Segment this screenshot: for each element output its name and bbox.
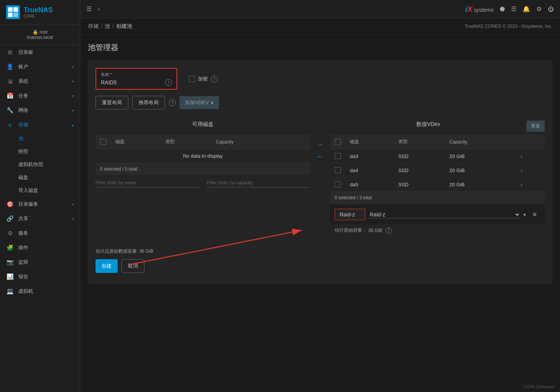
name-help-icon[interactable]: ? [165, 79, 172, 86]
vdev-header: 数据VDev 重复 [330, 117, 545, 135]
create-button[interactable]: 创建 [95, 259, 118, 273]
sidebar-item-tasks[interactable]: 📅 任务 ▾ [0, 89, 80, 103]
page-title: 池管理器 [88, 42, 552, 53]
encrypt-checkbox[interactable] [189, 76, 195, 82]
sidebar-item-report[interactable]: 📊 报告 [0, 269, 80, 284]
sidebar-item-dashboard[interactable]: ⊞ 仪表板 [0, 45, 80, 60]
suggest-layout-button[interactable]: 推荐布局 [132, 96, 165, 110]
settings-icon[interactable]: ⚙ [536, 5, 542, 13]
directory-icon: 🎯 [6, 201, 14, 208]
repeat-button[interactable]: 重复 [526, 121, 545, 132]
disk-type-da4: SSD [394, 163, 445, 177]
svg-rect-3 [13, 13, 18, 17]
power-icon[interactable]: ⏻ [548, 6, 554, 13]
pool-name-input[interactable] [101, 79, 162, 85]
available-selection-info: 0 selected / 0 total [95, 163, 310, 175]
breadcrumb-pool[interactable]: 池 [105, 23, 110, 30]
sidebar-item-label: 虚拟机 [18, 288, 74, 295]
back-icon[interactable]: ‹ [98, 6, 100, 13]
table-row: da4 SSD 20 GiB › [330, 163, 545, 177]
filter-row [95, 175, 310, 191]
breadcrumb-sep: / [112, 23, 114, 29]
sidebar-item-system[interactable]: 🖥 系统 ▾ [0, 74, 80, 89]
sidebar-item-importdisk[interactable]: 导入磁盘 [0, 184, 80, 197]
row-checkbox-da4[interactable] [335, 167, 341, 173]
capacity-col-header: Capacity [211, 135, 285, 149]
raid-select-box[interactable]: Raid-z [335, 209, 365, 220]
row-checkbox-da3[interactable] [335, 153, 341, 159]
sidebar-item-share[interactable]: 🔗 共享 ▾ [0, 211, 80, 226]
sidebar-item-account[interactable]: 👤 账户 ▾ [0, 60, 80, 74]
disk-type-da5: SSD [394, 177, 445, 192]
name-label: 名称 * [101, 72, 172, 77]
suggest-help-icon[interactable]: ? [169, 99, 176, 106]
cancel-button[interactable]: 取消 [121, 259, 144, 273]
svg-rect-2 [8, 13, 13, 17]
estimated-total-label: 估计总原始数据容量: [95, 248, 138, 254]
sidebar: TrueNAS CORE 🔒 root truenas.local ⊞ 仪表板 … [0, 0, 80, 392]
select-all-vdev-checkbox[interactable] [335, 139, 341, 145]
disk-name-da4: da4 [345, 163, 394, 177]
estimated-total-value: 36 GiB [139, 248, 154, 254]
vdev-raid-row: Raid-z Raid-z Stripe Mirror Raid-z2 Raid… [330, 205, 545, 224]
sidebar-item-jail[interactable]: 📷 监狱 [0, 255, 80, 269]
layers-icon[interactable]: ⬟ [500, 5, 505, 13]
sidebar-item-storage[interactable]: ≡ 存储 ▴ [0, 118, 80, 132]
data-vdev-title: 数据VDev [330, 117, 526, 132]
chevron-down-icon: ▾ [72, 65, 74, 69]
toolbar-row: 重置布局 推荐布局 ? 添加VDEV ▾ [95, 96, 545, 110]
row-expand-da3[interactable]: › [521, 153, 522, 159]
sidebar-item-directory[interactable]: 🎯 目录服务 ▾ [0, 197, 80, 211]
menu-icon[interactable]: ☰ [86, 5, 92, 13]
filter-capacity-input[interactable] [207, 179, 310, 187]
row-expand-da4[interactable]: › [521, 168, 522, 173]
estimated-help-icon[interactable]: ? [385, 227, 392, 234]
chevron-down-icon: ▾ [72, 79, 74, 84]
sidebar-item-vmsnap[interactable]: 虚拟机快照 [0, 158, 80, 171]
chevron-down-icon: ▾ [72, 217, 74, 221]
transfer-arrows: → ← [310, 140, 330, 161]
no-data-row: No data to display [95, 149, 310, 163]
estimated-value: 36 GiB [368, 228, 382, 233]
row-expand-da5[interactable]: › [521, 182, 522, 187]
reset-layout-button[interactable]: 重置布局 [95, 96, 128, 110]
sidebar-item-label: 存储 [18, 121, 67, 128]
vdev-delete-button[interactable]: ✕ [529, 210, 540, 220]
row-checkbox-da5[interactable] [335, 181, 341, 187]
sidebar-item-snapshot[interactable]: 快照 [0, 145, 80, 158]
main-content: 存储 / 池 / 创建池 TrueNAS CORE® © 2023 - iXsy… [80, 18, 560, 392]
disk-col-header: 磁盘 [111, 135, 161, 149]
sidebar-item-vm[interactable]: 💻 虚拟机 [0, 284, 80, 298]
disks-panel: 可用磁盘 磁盘 类型 Capacity [95, 117, 545, 237]
vdev-capacity-col-header: Capacity [445, 135, 516, 149]
sidebar-item-label: 网络 [18, 107, 67, 114]
svg-rect-1 [13, 7, 18, 12]
chevron-down-icon: ▾ [72, 202, 74, 206]
hostname: truenas.local [27, 35, 53, 40]
docs-icon[interactable]: ☰ [511, 5, 516, 13]
sidebar-item-pool[interactable]: 池 [0, 132, 80, 145]
sidebar-item-service[interactable]: ⚙ 服务 [0, 226, 80, 240]
available-disks-title: 可用磁盘 [95, 117, 310, 132]
filter-name-input[interactable] [95, 179, 199, 187]
sidebar-item-plugin[interactable]: 🧩 插件 [0, 240, 80, 255]
notification-icon[interactable]: 🔔 [523, 5, 530, 13]
select-all-available-checkbox[interactable] [100, 139, 106, 145]
breadcrumb-storage[interactable]: 存储 [88, 23, 99, 30]
sidebar-item-label: 监狱 [18, 259, 74, 266]
page-content: 池管理器 名称 * ? 加密 ? 重置布局 [80, 35, 560, 292]
data-vdev-panel: 数据VDev 重复 磁盘 类型 Capacity [330, 117, 545, 237]
sidebar-item-network[interactable]: 🔧 网络 ▾ [0, 103, 80, 118]
add-vdev-button[interactable]: 添加VDEV ▾ [180, 96, 219, 109]
available-disks-table: 磁盘 类型 Capacity No data to display [95, 135, 310, 163]
encrypt-help-icon[interactable]: ? [211, 76, 218, 82]
raid-type-select[interactable]: Raid-z Stripe Mirror Raid-z2 Raid-z3 [368, 211, 520, 218]
breadcrumb-path: 存储 / 池 / 创建池 [88, 23, 132, 30]
transfer-right-button[interactable]: → [316, 140, 324, 149]
action-buttons: 创建 取消 [95, 259, 545, 273]
transfer-left-button[interactable]: ← [316, 152, 324, 161]
sidebar-item-disk[interactable]: 磁盘 [0, 171, 80, 184]
sidebar-item-label: 插件 [18, 244, 74, 251]
sidebar-item-label: 磁盘 [18, 174, 28, 181]
service-icon: ⚙ [6, 230, 14, 237]
